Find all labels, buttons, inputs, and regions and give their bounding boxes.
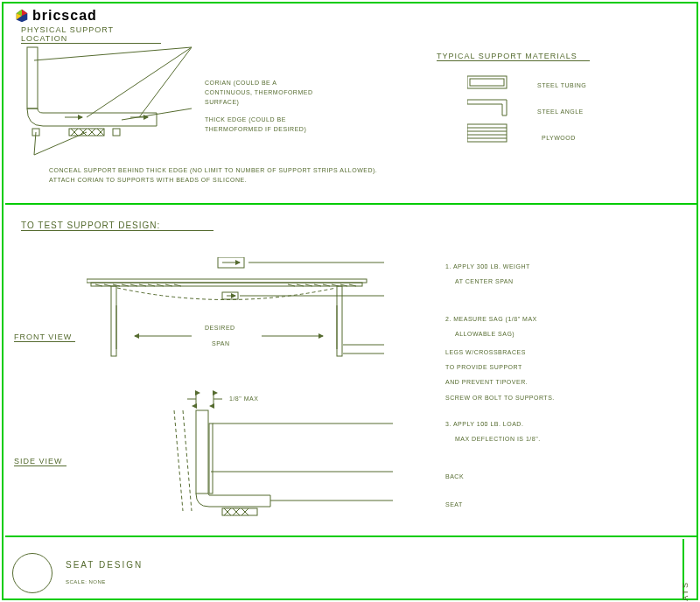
span-label: SPAN <box>212 339 230 348</box>
ann-corian-1: CORIAN (COULD BE A <box>205 78 354 88</box>
svg-rect-53 <box>111 286 116 356</box>
bricscad-icon <box>14 8 30 24</box>
svg-line-17 <box>87 47 192 117</box>
svg-line-21 <box>34 132 87 155</box>
max-label: 1/8" MAX <box>229 394 258 403</box>
svg-line-18 <box>139 47 192 117</box>
section-divider-2 <box>5 536 698 537</box>
side-view-label: SIDE VIEW <box>14 457 66 466</box>
side-label: SEATS <box>681 581 690 602</box>
title-block: SEAT DESIGN SCALE: NONE <box>12 553 143 593</box>
legs1: LEGS W/CROSSBRACES <box>445 347 555 357</box>
ann-corian-2: CONTINUOUS, THERMOFORMED <box>205 88 354 97</box>
svg-rect-4 <box>27 47 38 108</box>
mat-plywood: PLYWOOD <box>542 133 576 143</box>
svg-rect-25 <box>470 79 504 86</box>
svg-line-69 <box>174 410 183 511</box>
front-view-label: FRONT VIEW <box>14 332 75 342</box>
svg-rect-26 <box>467 124 507 142</box>
ann-corian-3: SURFACE) <box>205 97 354 107</box>
materials-symbols <box>467 72 520 146</box>
section-divider-1 <box>5 203 698 205</box>
ann-thick-1: THICK EDGE (COULD BE <box>205 115 354 124</box>
step2a: 2. MEASURE SAG (1/8" MAX <box>445 314 537 324</box>
step1a: 1. APPLY 300 LB. WEIGHT <box>445 262 530 271</box>
svg-line-70 <box>183 410 192 511</box>
step3b: MAX DEFLECTION IS 1/8". <box>455 434 541 444</box>
ann-thick-2: THERMOFORMED IF DESIRED) <box>205 124 354 134</box>
step1b: AT CENTER SPAN <box>455 276 530 286</box>
section1-title: PHYSICAL SUPPORT LOCATION <box>21 25 161 43</box>
legs2: TO PROVIDE SUPPORT <box>445 362 555 372</box>
back-label: BACK <box>445 472 464 481</box>
desired-label: DESIRED <box>205 323 235 332</box>
legs4: SCREW OR BOLT TO SUPPORTS. <box>445 393 555 402</box>
seat-label: SEAT <box>445 500 463 509</box>
svg-rect-71 <box>196 410 208 494</box>
support-location-drawing <box>17 43 192 157</box>
side-view-drawing <box>148 388 393 520</box>
section2-title: TO TEST SUPPORT DESIGN: <box>21 220 214 230</box>
materials-title: TYPICAL SUPPORT MATERIALS <box>437 52 590 60</box>
svg-rect-33 <box>87 279 367 283</box>
logo: bricscad <box>14 8 97 24</box>
svg-rect-7 <box>113 129 120 136</box>
legs3: AND PREVENT TIPOVER. <box>445 377 555 387</box>
step3a: 3. APPLY 100 LB. LOAD. <box>445 419 541 429</box>
scale-label: SCALE: NONE <box>66 578 143 587</box>
svg-rect-24 <box>467 76 507 88</box>
svg-rect-72 <box>209 424 213 494</box>
svg-line-16 <box>34 47 192 60</box>
drawing-title: SEAT DESIGN <box>66 560 143 570</box>
ann-attach: ATTACH CORIAN TO SUPPORTS WITH BEADS OF … <box>49 175 425 185</box>
svg-rect-54 <box>337 286 342 356</box>
mat-tubing: STEEL TUBING <box>537 80 586 90</box>
mat-angle: STEEL ANGLE <box>537 107 584 116</box>
logo-text: bricscad <box>32 8 97 24</box>
title-circle <box>12 553 52 593</box>
ann-conceal: CONCEAL SUPPORT BEHIND THICK EDGE (NO LI… <box>49 165 425 175</box>
front-view-drawing <box>87 257 384 375</box>
step2b: ALLOWABLE SAG) <box>455 329 537 339</box>
